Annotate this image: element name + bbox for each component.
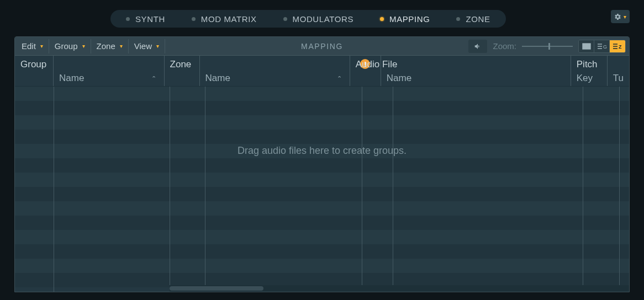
column-subheader-label: Name xyxy=(387,73,565,84)
tab-indicator-dot xyxy=(192,17,196,21)
grid-body[interactable]: Drag audio files here to create groups. xyxy=(15,87,629,292)
table-row[interactable] xyxy=(15,201,629,216)
tab-synth[interactable]: SYNTH xyxy=(113,10,178,28)
tab-modulators[interactable]: MODULATORS xyxy=(270,10,367,28)
mapping-panel: Edit ▾ Group ▾ Zone ▾ View ▾ MAPPING Zoo… xyxy=(14,36,630,292)
tab-indicator-dot xyxy=(380,17,384,21)
audition-button[interactable] xyxy=(468,40,487,53)
table-row[interactable] xyxy=(15,216,629,230)
chevron-down-icon: ▾ xyxy=(624,14,626,20)
keyboard-icon xyxy=(582,43,591,50)
column-divider xyxy=(619,87,620,292)
menu-group[interactable]: Group ▾ xyxy=(49,39,91,53)
menu-left: Edit ▾ Group ▾ Zone ▾ View ▾ xyxy=(15,39,165,53)
column-header-label: Zone xyxy=(170,59,194,70)
tab-label: MODULATORS xyxy=(293,14,353,24)
menu-right: Zoom: G Z xyxy=(468,40,626,53)
table-row[interactable] xyxy=(15,173,629,187)
top-nav: SYNTH MOD MATRIX MODULATORS MAPPING ZONE xyxy=(110,10,506,28)
menu-edit[interactable]: Edit ▾ xyxy=(17,39,49,53)
tab-indicator-dot xyxy=(456,17,460,21)
table-row[interactable] xyxy=(15,130,629,144)
tab-mapping[interactable]: MAPPING xyxy=(367,10,443,28)
tab-label: MAPPING xyxy=(389,14,430,24)
column-header-label: Group xyxy=(20,59,47,70)
column-divider xyxy=(393,87,393,292)
column-subheader-label: Name ⌃ xyxy=(205,73,344,84)
column-header-label: Pitch xyxy=(577,59,601,70)
column-subheader-label: Tu xyxy=(613,73,624,84)
slider-thumb[interactable] xyxy=(548,43,550,50)
list-g-icon: G xyxy=(597,43,607,50)
tab-zone[interactable]: ZONE xyxy=(443,10,503,28)
zoom-slider[interactable] xyxy=(522,42,573,50)
panel-title: MAPPING xyxy=(301,42,343,51)
view-keymap-button[interactable] xyxy=(579,40,594,52)
column-zone[interactable]: Zone Name ⌃ xyxy=(165,56,350,86)
view-zones-button[interactable]: Z xyxy=(610,40,625,52)
tab-indicator-dot xyxy=(283,17,287,21)
slider-track xyxy=(522,46,573,47)
empty-state-message: Drag audio files here to create groups. xyxy=(15,145,629,157)
column-divider xyxy=(54,87,54,292)
zoom-label: Zoom: xyxy=(493,41,516,51)
table-row[interactable] xyxy=(15,244,629,259)
tab-label: ZONE xyxy=(466,14,490,24)
tab-mod-matrix[interactable]: MOD MATRIX xyxy=(178,10,270,28)
column-subheader-label: Key xyxy=(577,73,601,84)
view-groups-button[interactable]: G xyxy=(594,40,610,52)
menu-label: Zone xyxy=(97,41,115,51)
scrollbar-thumb[interactable] xyxy=(170,286,263,291)
column-subheader-label: Name ⌃ xyxy=(59,73,159,84)
menu-zone[interactable]: Zone ▾ xyxy=(91,39,129,53)
column-audio-file-name[interactable]: Name xyxy=(381,56,571,86)
svg-text:Z: Z xyxy=(619,44,622,50)
column-pitch[interactable]: Pitch Key xyxy=(571,56,608,86)
table-row[interactable] xyxy=(15,101,629,115)
chevron-down-icon: ▾ xyxy=(82,43,85,49)
horizontal-scrollbar[interactable] xyxy=(170,285,629,292)
menu-label: Edit xyxy=(22,41,36,51)
column-divider xyxy=(583,87,583,292)
menu-label: Group xyxy=(55,41,78,51)
settings-button[interactable]: ▾ xyxy=(611,10,630,23)
gear-icon xyxy=(614,13,621,20)
column-divider xyxy=(362,87,362,292)
column-headers: Group Name ⌃ Zone Name ⌃ xyxy=(15,56,629,87)
tab-indicator-dot xyxy=(126,17,130,21)
table-row[interactable] xyxy=(15,158,629,173)
table-row[interactable] xyxy=(15,187,629,201)
menu-view[interactable]: View ▾ xyxy=(129,39,165,53)
speaker-icon xyxy=(473,42,482,50)
column-group[interactable]: Group Name ⌃ xyxy=(15,56,165,86)
list-z-icon: Z xyxy=(613,43,622,50)
table-row[interactable] xyxy=(15,87,629,101)
view-mode-buttons: G Z xyxy=(578,40,626,53)
sort-ascending-icon: ⌃ xyxy=(337,75,342,82)
svg-text:G: G xyxy=(603,44,607,50)
menu-label: View xyxy=(134,41,152,51)
table-row[interactable] xyxy=(15,115,629,130)
chevron-down-icon: ▾ xyxy=(156,43,159,49)
tab-label: SYNTH xyxy=(135,14,165,24)
menubar: Edit ▾ Group ▾ Zone ▾ View ▾ MAPPING Zoo… xyxy=(15,37,629,56)
grid-rows xyxy=(15,87,629,292)
column-audio-file-status[interactable]: Audio File ! xyxy=(350,56,381,86)
column-divider xyxy=(205,87,205,292)
table-row[interactable] xyxy=(15,259,629,273)
chevron-down-icon: ▾ xyxy=(120,43,123,49)
column-tune[interactable]: Tu xyxy=(608,56,629,86)
chevron-down-icon: ▾ xyxy=(40,43,43,49)
sort-ascending-icon: ⌃ xyxy=(151,75,156,82)
column-divider xyxy=(170,87,170,292)
table-row[interactable] xyxy=(15,230,629,244)
tab-label: MOD MATRIX xyxy=(201,14,257,24)
